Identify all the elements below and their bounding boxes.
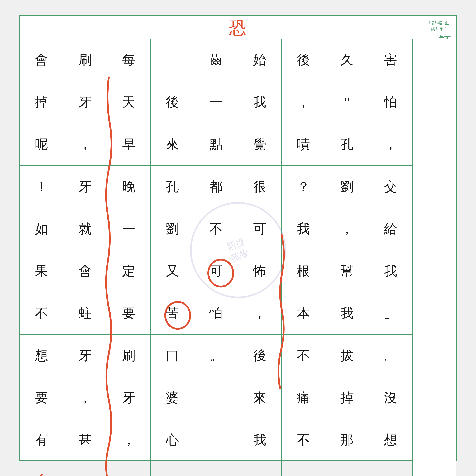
- col-2: 刷 牙 ， 牙 就 會 蛀 牙 ， 甚 至 牙 齒 還: [63, 39, 107, 476]
- cell-4-3: 來: [151, 123, 194, 166]
- cell-6-9: 來: [238, 377, 281, 419]
- cell-1-2: 掉: [20, 81, 63, 123]
- cell-6-10: 我: [238, 419, 281, 461]
- cell-9-8: 。: [369, 335, 412, 377]
- cell-3-1: 每: [107, 39, 151, 81]
- cell-7-6: 根: [282, 250, 325, 292]
- cell-4-6: 又: [151, 250, 194, 292]
- col-5: 齒 一 點 都 不 可 怕 。: [194, 39, 238, 476]
- cell-5-10: [194, 419, 238, 461]
- cell-4-5: 劉: [151, 208, 194, 250]
- note-bracket-open: 〔: [427, 20, 431, 25]
- col-3: 每 天 早 晚 一 定 要 刷 牙 ， 如 果 沒 有: [107, 39, 151, 476]
- cell-7-2: ，: [282, 81, 325, 123]
- cell-6-6: 怖: [238, 250, 281, 292]
- cell-1-6: 果: [20, 250, 63, 292]
- cell-6-2: 我: [238, 81, 281, 123]
- cell-3-10: ，: [107, 419, 151, 461]
- cell-5-7: 怕: [194, 292, 238, 335]
- cell-9-5: 給: [369, 208, 412, 250]
- cell-3-3: 早: [107, 123, 151, 166]
- cell-2-4: 牙: [63, 166, 107, 208]
- cell-9-1: 害: [369, 39, 412, 81]
- cell-8-3: 孔: [325, 123, 369, 166]
- cell-7-1: 後: [282, 39, 325, 81]
- cell-4-11: 地: [151, 461, 194, 476]
- cell-6-1: 始: [238, 39, 281, 81]
- cell-2-5: 就: [63, 208, 107, 250]
- cell-7-11: 癢: [282, 461, 325, 476]
- cell-9-3: ，: [369, 123, 412, 166]
- header: 恐 〔 記得訂正 錯別字 〕 訂 正: [20, 16, 456, 39]
- cell-8-10: 那: [325, 419, 369, 461]
- cell-3-6: 定: [107, 250, 151, 292]
- cell-6-4: 很: [238, 166, 281, 208]
- cell-2-6: 會: [63, 250, 107, 292]
- cell-1-11: 蛀: [20, 461, 63, 476]
- col-1: 會 掉 呢 ！ 如 果 不 想 要 有 蛀 牙 ， 每: [20, 39, 63, 476]
- cell-5-11: [194, 461, 238, 476]
- cell-5-6: 可: [194, 250, 238, 292]
- cell-6-8: 後: [238, 335, 281, 377]
- cell-4-4: 孔: [151, 166, 194, 208]
- cell-6-3: 覺: [238, 123, 281, 166]
- cell-4-7: 苦: [151, 292, 194, 335]
- cell-5-3: 點: [194, 123, 238, 166]
- cell-9-11: 到: [369, 461, 412, 476]
- cell-3-4: 晚: [107, 166, 151, 208]
- col-8: 久 " 孔 劉 ， 幫 我 拔 掉 那 一 顆 蛀 牙: [325, 39, 369, 476]
- cell-8-9: 掉: [325, 377, 369, 419]
- cell-5-4: 都: [194, 166, 238, 208]
- cell-8-6: 幫: [325, 250, 369, 292]
- cell-2-2: 牙: [63, 81, 107, 123]
- cell-2-1: 刷: [63, 39, 107, 81]
- cell-2-8: 牙: [63, 335, 107, 377]
- cell-8-11: 一: [325, 461, 369, 476]
- cell-7-3: 嘖: [282, 123, 325, 166]
- col-4: 後 來 孔 劉 又 苦 口 婆 心 地 說 ，: [151, 39, 194, 476]
- cell-2-10: 甚: [63, 419, 107, 461]
- cell-1-5: 如: [20, 208, 63, 250]
- cell-7-5: 我: [282, 208, 325, 250]
- cell-4-1: [151, 39, 194, 81]
- cell-1-9: 要: [20, 377, 63, 419]
- header-note: 〔 記得訂正 錯別字 〕: [425, 19, 451, 34]
- cell-2-11: 至: [63, 461, 107, 476]
- cell-8-1: 久: [325, 39, 369, 81]
- page: 恐 〔 記得訂正 錯別字 〕 訂 正 新悅美學: [19, 15, 457, 461]
- cell-5-8: 。: [194, 335, 238, 377]
- cell-3-5: 一: [107, 208, 151, 250]
- note-bracket-close: 〕: [444, 27, 449, 32]
- cell-2-9: ，: [63, 377, 107, 419]
- cell-3-7: 要: [107, 292, 151, 335]
- cell-5-1: 齒: [194, 39, 238, 81]
- cell-9-2: 怕: [369, 81, 412, 123]
- cell-1-3: 呢: [20, 123, 63, 166]
- cell-6-7: ，: [238, 292, 281, 335]
- note-line2: 錯別字: [431, 27, 443, 32]
- cell-2-7: 蛀: [63, 292, 107, 335]
- cell-2-3: ，: [63, 123, 107, 166]
- cell-3-9: 牙: [107, 377, 151, 419]
- col-7: 後 ， 嘖 ？ 我 根 本 不 痛 不 癢 ， 一 開: [282, 39, 325, 476]
- cell-9-10: 想: [369, 419, 412, 461]
- cell-7-4: ？: [282, 166, 325, 208]
- cell-5-2: 一: [194, 81, 238, 123]
- cell-1-4: ！: [20, 166, 63, 208]
- cell-8-2: ": [325, 81, 369, 123]
- cell-9-9: 沒: [369, 377, 412, 419]
- cell-9-4: 交: [369, 166, 412, 208]
- cell-3-11: 如: [107, 461, 151, 476]
- cell-7-8: 不: [282, 335, 325, 377]
- cell-5-9: [194, 377, 238, 419]
- cell-4-10: 心: [151, 419, 194, 461]
- cell-7-7: 本: [282, 292, 325, 335]
- cell-8-5: ，: [325, 208, 369, 250]
- cell-4-9: 婆: [151, 377, 194, 419]
- note-line1: 記得訂正: [432, 20, 449, 25]
- cell-4-8: 口: [151, 335, 194, 377]
- col-9: 害 怕 ， 交 給 我 」 。 沒 想 到 ， 沒 多: [369, 39, 412, 476]
- cell-8-7: 我: [325, 292, 369, 335]
- cell-9-7: 」: [369, 292, 412, 335]
- grid: 新悅美學 會 掉 呢 ！ 如 果 不 想 要 有: [20, 39, 456, 461]
